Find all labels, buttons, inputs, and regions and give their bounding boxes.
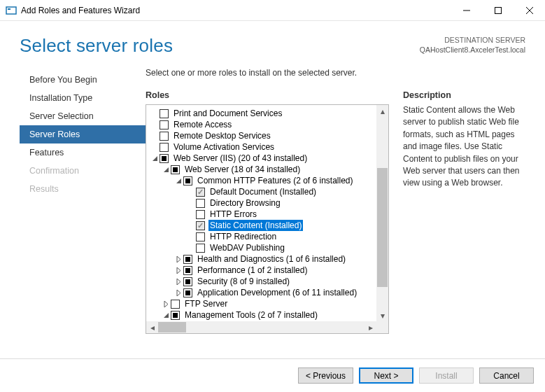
- tree-node[interactable]: Performance (1 of 2 installed): [149, 265, 376, 276]
- tree-checkbox[interactable]: [183, 277, 192, 286]
- tree-checkbox[interactable]: [160, 132, 169, 141]
- roles-tree-container: Print and Document ServicesRemote Access…: [146, 104, 389, 334]
- expand-icon[interactable]: [174, 255, 183, 263]
- tree-checkbox[interactable]: [183, 288, 192, 298]
- tree-checkbox[interactable]: [196, 244, 205, 253]
- tree-node-label[interactable]: Default Document (Installed): [208, 186, 318, 197]
- tree-node-label[interactable]: Performance (1 of 2 installed): [196, 265, 309, 276]
- scroll-right-arrow-icon[interactable]: ▸: [364, 321, 376, 333]
- tree-node-label[interactable]: Management Tools (2 of 7 installed): [183, 309, 319, 321]
- minimize-button[interactable]: [451, 0, 482, 21]
- titlebar: Add Roles and Features Wizard: [0, 0, 545, 21]
- tree-node[interactable]: HTTP Redirection: [149, 231, 376, 242]
- instruction-text: Select one or more roles to install on t…: [146, 68, 389, 78]
- tree-node[interactable]: Directory Browsing: [149, 197, 376, 209]
- tree-node[interactable]: Application Development (6 of 11 install…: [149, 287, 376, 298]
- tree-node[interactable]: Management Tools (2 of 7 installed): [149, 309, 376, 321]
- tree-checkbox[interactable]: [171, 311, 180, 320]
- tree-checkbox[interactable]: [160, 154, 169, 163]
- tree-checkbox[interactable]: [196, 210, 205, 219]
- expand-icon[interactable]: [162, 300, 170, 308]
- tree-checkbox[interactable]: [183, 176, 192, 186]
- tree-checkbox[interactable]: [183, 266, 192, 275]
- collapse-icon[interactable]: [150, 154, 159, 162]
- collapse-icon[interactable]: [162, 311, 170, 319]
- nav-item-features[interactable]: Features: [20, 144, 146, 162]
- collapse-icon[interactable]: [174, 176, 183, 185]
- tree-node[interactable]: Print and Document Services: [149, 108, 376, 119]
- next-button[interactable]: Next >: [359, 368, 413, 384]
- tree-node[interactable]: HTTP Errors: [149, 209, 376, 220]
- tree-node[interactable]: FTP Server: [149, 298, 376, 309]
- tree-node-label[interactable]: Application Development (6 of 11 install…: [196, 287, 358, 298]
- scroll-left-arrow-icon[interactable]: ◂: [146, 321, 158, 333]
- tree-node-label[interactable]: Web Server (18 of 34 installed): [183, 164, 302, 175]
- expand-icon[interactable]: [174, 266, 183, 274]
- app-icon: [6, 5, 17, 16]
- tree-node[interactable]: Static Content (Installed): [149, 220, 376, 231]
- nav-item-server-roles[interactable]: Server Roles: [20, 125, 146, 144]
- expand-icon[interactable]: [174, 277, 183, 286]
- previous-button[interactable]: < Previous: [298, 368, 353, 384]
- nav-item-installation-type[interactable]: Installation Type: [20, 89, 146, 107]
- cancel-button[interactable]: Cancel: [479, 368, 534, 384]
- tree-node-label[interactable]: Common HTTP Features (2 of 6 installed): [196, 175, 355, 186]
- nav-item-confirmation: Confirmation: [20, 162, 146, 180]
- roles-tree[interactable]: Print and Document ServicesRemote Access…: [146, 105, 376, 321]
- expand-icon[interactable]: [174, 288, 183, 297]
- tree-node[interactable]: Web Server (IIS) (20 of 43 installed): [149, 153, 376, 164]
- vertical-scroll-thumb[interactable]: [377, 168, 388, 287]
- tree-node[interactable]: Volume Activation Services: [149, 141, 376, 153]
- tree-node[interactable]: Remote Access: [149, 119, 376, 130]
- scroll-down-arrow-icon[interactable]: ▾: [376, 309, 388, 321]
- destination-label: DESTINATION SERVER: [420, 35, 525, 45]
- maximize-button[interactable]: [482, 0, 514, 21]
- nav-item-results: Results: [20, 180, 146, 198]
- horizontal-scrollbar[interactable]: ◂ ▸: [146, 321, 388, 333]
- tree-node-label[interactable]: WebDAV Publishing: [208, 242, 286, 253]
- tree-node[interactable]: Security (8 of 9 installed): [149, 276, 376, 287]
- tree-checkbox[interactable]: [171, 300, 180, 309]
- tree-node-label[interactable]: Remote Desktop Services: [172, 130, 272, 141]
- tree-node-label[interactable]: HTTP Redirection: [208, 231, 278, 242]
- vertical-scrollbar[interactable]: ▴ ▾: [376, 105, 388, 321]
- tree-node-label[interactable]: Directory Browsing: [208, 197, 282, 209]
- tree-checkbox[interactable]: [196, 188, 205, 197]
- description-text: Static Content allows the Web server to …: [403, 104, 525, 190]
- wizard-header: Select server roles DESTINATION SERVER Q…: [0, 21, 545, 68]
- tree-node-label[interactable]: Web Server (IIS) (20 of 43 installed): [172, 153, 309, 164]
- tree-node-label[interactable]: HTTP Errors: [208, 209, 258, 220]
- close-button[interactable]: [514, 0, 545, 21]
- tree-checkbox[interactable]: [160, 109, 169, 118]
- tree-checkbox[interactable]: [196, 199, 205, 208]
- tree-node[interactable]: Common HTTP Features (2 of 6 installed): [149, 175, 376, 186]
- tree-node[interactable]: Web Server (18 of 34 installed): [149, 164, 376, 175]
- collapse-icon[interactable]: [162, 165, 170, 174]
- wizard-footer: < Previous Next > Install Cancel: [0, 358, 545, 392]
- tree-node-label[interactable]: Remote Access: [172, 119, 233, 130]
- tree-checkbox[interactable]: [196, 232, 205, 241]
- tree-node-label[interactable]: Print and Document Services: [172, 108, 283, 119]
- tree-node[interactable]: Remote Desktop Services: [149, 130, 376, 141]
- tree-checkbox[interactable]: [196, 221, 205, 230]
- description-heading: Description: [403, 90, 525, 100]
- scroll-up-arrow-icon[interactable]: ▴: [376, 105, 388, 117]
- tree-node-label[interactable]: Security (8 of 9 installed): [196, 276, 291, 287]
- tree-checkbox[interactable]: [160, 143, 169, 152]
- svg-rect-1: [8, 8, 10, 10]
- tree-checkbox[interactable]: [183, 255, 192, 264]
- horizontal-scroll-thumb[interactable]: [158, 322, 186, 332]
- install-button: Install: [419, 368, 474, 384]
- tree-node[interactable]: WebDAV Publishing: [149, 242, 376, 253]
- nav-item-before-you-begin[interactable]: Before You Begin: [20, 71, 146, 89]
- nav-item-server-selection[interactable]: Server Selection: [20, 107, 146, 125]
- tree-node-label[interactable]: Volume Activation Services: [172, 141, 276, 153]
- tree-node[interactable]: Health and Diagnostics (1 of 6 installed…: [149, 253, 376, 265]
- tree-checkbox[interactable]: [160, 120, 169, 130]
- page-title: Select server roles: [20, 35, 420, 57]
- tree-node-label[interactable]: Health and Diagnostics (1 of 6 installed…: [196, 253, 347, 265]
- tree-checkbox[interactable]: [171, 165, 180, 174]
- tree-node[interactable]: Default Document (Installed): [149, 186, 376, 197]
- tree-node-label[interactable]: FTP Server: [183, 298, 229, 309]
- tree-node-label[interactable]: Static Content (Installed): [208, 220, 303, 231]
